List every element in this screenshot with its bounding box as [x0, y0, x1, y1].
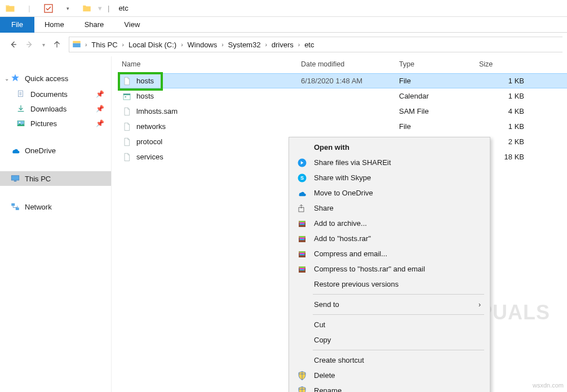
file-icon [122, 137, 132, 147]
title-bar: | ▾ ▾ | etc [0, 0, 567, 17]
recent-dropdown-icon[interactable]: ▾ [38, 36, 48, 53]
cm-move-onedrive[interactable]: Move to OneDrive [290, 185, 489, 201]
cm-share[interactable]: Share [290, 201, 489, 216]
svg-rect-20 [300, 222, 305, 223]
breadcrumb[interactable]: › This PC › Local Disk (C:) › Windows › … [69, 37, 562, 52]
chevron-right-icon[interactable]: › [120, 42, 126, 48]
svg-rect-30 [300, 252, 305, 253]
cm-label: Open with [314, 143, 349, 152]
file-row[interactable]: lmhosts.samSAM File4 KB [118, 104, 567, 119]
cm-compress-hosts-email[interactable]: Compress to "hosts.rar" and email [290, 261, 489, 277]
qat-separator: ▾ [98, 4, 102, 12]
chevron-right-icon[interactable]: › [179, 42, 185, 48]
cm-rename[interactable]: Rename [290, 383, 489, 392]
tab-home[interactable]: Home [34, 17, 74, 33]
breadcrumb-seg[interactable]: System32 [226, 41, 263, 49]
chevron-right-icon[interactable]: › [219, 42, 225, 48]
cm-delete[interactable]: Delete [290, 368, 489, 383]
sidebar-item-downloads[interactable]: Downloads 📌 [0, 101, 111, 116]
up-icon[interactable] [48, 36, 65, 53]
file-icon [122, 122, 132, 132]
sidebar-label: Downloads [30, 105, 67, 113]
file-type: File [399, 77, 479, 85]
svg-rect-12 [125, 96, 126, 97]
file-row[interactable]: hosts6/18/2020 1:48 AMFile1 KB [118, 73, 567, 88]
sidebar-item-quick-access[interactable]: ⌄ Quick access [0, 71, 111, 86]
cm-label: Restore previous versions [314, 280, 398, 288]
breadcrumb-seg[interactable]: etc [302, 41, 316, 49]
file-row[interactable]: hostsCalendar1 KB [118, 88, 567, 104]
sidebar-item-network[interactable]: Network [0, 199, 111, 214]
col-date[interactable]: Date modified [301, 60, 399, 68]
blank-icon [296, 355, 308, 366]
cm-cut[interactable]: Cut [290, 317, 489, 332]
qat-properties-icon[interactable] [41, 1, 56, 16]
cm-copy[interactable]: Copy [290, 332, 489, 348]
svg-point-5 [19, 122, 21, 123]
cm-restore[interactable]: Restore previous versions [290, 277, 489, 292]
cm-create-shortcut[interactable]: Create shortcut [290, 353, 489, 368]
file-icon [122, 152, 132, 162]
breadcrumb-seg[interactable]: This PC [89, 41, 119, 49]
cm-add-hosts-rar[interactable]: Add to "hosts.rar" [290, 231, 489, 246]
share-icon [296, 203, 308, 214]
svg-rect-36 [300, 269, 305, 270]
chevron-right-icon[interactable]: › [263, 42, 269, 48]
skype-icon: S [296, 172, 308, 184]
pin-icon: 📌 [96, 90, 104, 98]
cm-add-archive[interactable]: Add to archive... [290, 216, 489, 231]
file-size: 1 KB [479, 77, 535, 85]
chevron-right-icon[interactable]: › [296, 42, 302, 48]
tab-view[interactable]: View [114, 17, 150, 33]
file-date: 6/18/2020 1:48 AM [301, 77, 399, 85]
forward-icon[interactable] [21, 36, 38, 53]
cm-label: Cut [314, 320, 325, 329]
file-tab[interactable]: File [0, 17, 34, 33]
sidebar-item-this-pc[interactable]: This PC [0, 171, 111, 186]
cm-open-with[interactable]: Open with [290, 140, 489, 155]
qat-dropdown-icon[interactable]: ▾ [60, 1, 76, 16]
quick-access-icon [10, 73, 20, 83]
pin-icon: 📌 [96, 119, 104, 127]
cm-label: Copy [314, 336, 331, 344]
breadcrumb-root-icon[interactable] [72, 39, 82, 51]
content-pane: Name Date modified Type Size hosts6/18/2… [112, 56, 567, 392]
sidebar-label: Pictures [30, 119, 57, 128]
back-icon[interactable] [5, 36, 21, 53]
main-area: ⌄ Quick access Documents 📌 Downloads 📌 P… [0, 56, 567, 392]
sidebar-item-onedrive[interactable]: OneDrive [0, 143, 111, 158]
file-row[interactable]: networksFile1 KB [118, 119, 567, 134]
sidebar-item-pictures[interactable]: Pictures 📌 [0, 116, 111, 131]
file-name: services [136, 153, 163, 161]
svg-rect-26 [300, 239, 305, 240]
cm-share-skype[interactable]: S Share with Skype [290, 170, 489, 185]
chevron-right-icon[interactable]: › [83, 42, 89, 48]
col-size[interactable]: Size [479, 60, 535, 68]
col-type[interactable]: Type [399, 60, 479, 68]
tab-share[interactable]: Share [74, 17, 114, 33]
chevron-down-icon[interactable]: ⌄ [5, 75, 9, 82]
this-pc-icon [10, 173, 20, 184]
file-name: hosts [136, 77, 154, 85]
cm-compress-email[interactable]: Compress and email... [290, 246, 489, 261]
file-size: 4 KB [479, 107, 535, 115]
cm-label: Move to OneDrive [314, 189, 373, 197]
file-size: 1 KB [479, 92, 535, 100]
breadcrumb-seg[interactable]: drivers [269, 41, 296, 49]
breadcrumb-seg[interactable]: Local Disk (C:) [126, 41, 179, 49]
winrar-icon [296, 264, 308, 275]
sidebar-label: This PC [25, 175, 51, 183]
separator [313, 294, 484, 295]
file-icon [122, 76, 132, 86]
col-name[interactable]: Name [122, 60, 301, 68]
svg-rect-2 [73, 41, 81, 43]
column-headers[interactable]: Name Date modified Type Size [112, 56, 567, 72]
pin-icon: 📌 [96, 105, 104, 113]
context-menu: Open with Share files via SHAREit S Shar… [289, 137, 490, 392]
cm-send-to[interactable]: Send to › [290, 297, 489, 312]
cm-share-shareit[interactable]: Share files via SHAREit [290, 155, 489, 170]
chevron-right-icon: › [479, 301, 481, 309]
sidebar-item-documents[interactable]: Documents 📌 [0, 87, 111, 101]
breadcrumb-seg[interactable]: Windows [185, 41, 220, 49]
file-name: networks [136, 122, 166, 131]
